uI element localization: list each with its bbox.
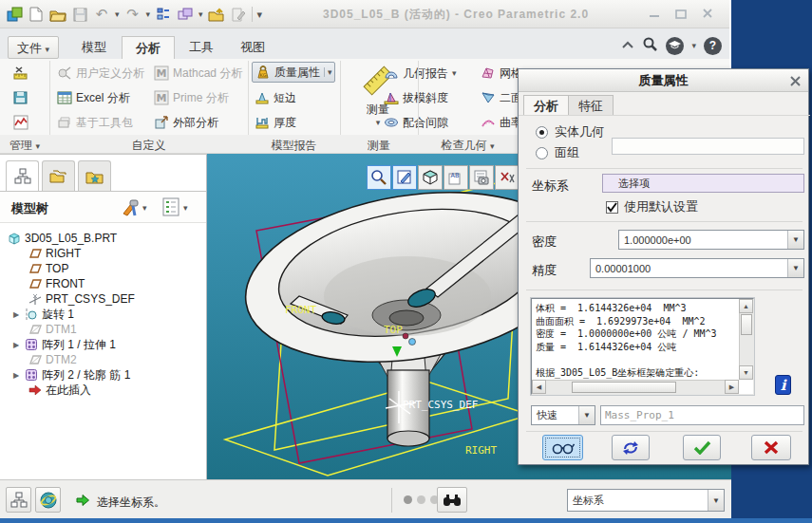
expand-arrow[interactable]: ▶ xyxy=(13,371,21,380)
redo-dropdown-arrow[interactable]: ▾ xyxy=(146,9,151,19)
preview-button[interactable] xyxy=(542,435,583,460)
pairs-clearance-button[interactable]: 配合间隙 xyxy=(384,112,448,133)
model-tree-tab[interactable] xyxy=(6,160,39,191)
vertical-scrollbar[interactable]: ▲ ▼ xyxy=(739,299,753,380)
density-combo[interactable]: 1.000000e+00 ▼ xyxy=(618,230,804,250)
redo-button[interactable]: ↷ xyxy=(124,6,142,23)
filter-combo[interactable]: 坐标系 ▼ xyxy=(567,489,725,512)
radio-icon[interactable] xyxy=(536,147,548,159)
open-file-button[interactable] xyxy=(49,6,66,23)
excel-analysis-button[interactable]: Excel 分析 xyxy=(57,87,130,108)
dialog-titlebar[interactable]: 质量属性 xyxy=(519,69,808,92)
tree-item-pattern1[interactable]: ▶ 阵列 1 / 拉伸 1 xyxy=(13,337,116,352)
mass-properties-button[interactable]: KG质量属性▾ xyxy=(252,62,335,83)
navigator-toggle-button[interactable] xyxy=(6,487,31,513)
tree-item-right-plane[interactable]: RIGHT xyxy=(28,246,81,261)
analysis-name-input[interactable] xyxy=(600,405,804,425)
tree-item-csys[interactable]: PRT_CSYS_DEF xyxy=(28,291,135,307)
windows-button[interactable] xyxy=(177,6,194,23)
save-analysis-button[interactable] xyxy=(13,87,28,108)
use-default-checkbox[interactable]: 使用默认设置 xyxy=(606,198,698,215)
tree-settings-arrow[interactable]: ▾ xyxy=(183,203,188,213)
creo-logo-icon[interactable] xyxy=(6,6,23,23)
annotations-button[interactable]: AB xyxy=(444,165,468,190)
command-search-icon[interactable] xyxy=(642,36,658,55)
scroll-right-button[interactable]: ▶ xyxy=(725,380,739,394)
dihedral-angle-button[interactable]: 二面 xyxy=(481,87,522,108)
close-button[interactable] xyxy=(699,7,716,20)
tree-item-top-plane[interactable]: TOP xyxy=(28,261,68,276)
tree-item-part[interactable]: 3D05_L05_B.PRT xyxy=(8,231,117,246)
close-window-button[interactable] xyxy=(208,6,225,23)
scroll-down-button[interactable]: ▼ xyxy=(739,365,753,380)
scroll-left-button[interactable]: ◀ xyxy=(532,380,546,394)
minimize-ribbon-icon[interactable] xyxy=(621,39,634,52)
tree-item-dtm2[interactable]: DTM2 xyxy=(28,352,77,367)
folder-browser-tab[interactable] xyxy=(42,160,75,191)
tree-tools-icon[interactable] xyxy=(120,196,141,220)
tree-tools-arrow[interactable]: ▾ xyxy=(142,203,147,213)
view-manager-button[interactable] xyxy=(469,165,494,190)
help-icon[interactable]: ? xyxy=(704,37,722,55)
tab-tools[interactable]: 工具 xyxy=(177,36,226,59)
minimize-button[interactable] xyxy=(646,7,663,20)
toolkit-analysis-button[interactable]: 基于工具包 xyxy=(57,112,133,133)
radio-solid-geometry[interactable]: 实体几何 xyxy=(536,123,604,140)
vertical-scroll-thumb[interactable] xyxy=(741,314,752,335)
saved-analyses-button[interactable] xyxy=(13,112,28,133)
draft-angle-button[interactable]: 拔模斜度 xyxy=(384,87,448,108)
undo-button[interactable]: ↶ xyxy=(93,6,110,23)
quick-combo[interactable]: 快速 ▼ xyxy=(531,405,595,425)
filter-dropdown-arrow[interactable]: ▼ xyxy=(708,490,724,511)
accuracy-combo[interactable]: 0.00001000 ▼ xyxy=(590,258,804,278)
expand-arrow[interactable]: ▶ xyxy=(13,310,21,319)
zoom-in-button[interactable] xyxy=(367,165,391,190)
dialog-tab-analysis[interactable]: 分析 xyxy=(523,95,569,116)
tree-settings-icon[interactable] xyxy=(161,196,180,220)
tree-item-pattern2[interactable]: ▶ 阵列 2 / 轮廓 筋 1 xyxy=(13,367,130,383)
horizontal-scrollbar[interactable]: ◀ ▶ xyxy=(532,380,739,394)
save-button[interactable] xyxy=(71,6,88,23)
tab-file[interactable]: 文件 ▾ xyxy=(8,36,59,59)
accuracy-dropdown-arrow[interactable]: ▼ xyxy=(787,259,803,277)
saved-orientations-button[interactable] xyxy=(418,165,443,190)
tree-item-front-plane[interactable]: FRONT xyxy=(28,276,85,291)
user-defined-analysis-button[interactable]: 用户定义分析 xyxy=(57,63,144,84)
restore-button[interactable] xyxy=(672,7,689,20)
external-analysis-button[interactable]: 外部分析 xyxy=(154,112,218,133)
learning-connector-icon[interactable] xyxy=(666,37,684,55)
regenerate-button[interactable] xyxy=(155,6,172,23)
tab-view[interactable]: 视图 xyxy=(228,36,277,59)
curvature-button[interactable]: 曲率 xyxy=(481,112,522,133)
scroll-up-button[interactable]: ▲ xyxy=(739,299,753,313)
radio-icon-selected[interactable] xyxy=(536,126,548,139)
mesh-button[interactable]: 网格 xyxy=(481,63,522,84)
group-label-manage[interactable]: 管理 ▾ xyxy=(0,138,49,154)
group-label-inspect[interactable]: 检查几何 ▾ xyxy=(418,138,518,154)
new-file-button[interactable] xyxy=(28,6,45,23)
undo-dropdown-arrow[interactable]: ▾ xyxy=(115,9,120,19)
measure-session-button[interactable] xyxy=(13,63,28,84)
geometry-report-button[interactable]: 几何报告▾ xyxy=(384,63,457,84)
radio-quilt[interactable]: 面组 xyxy=(536,144,579,161)
tree-item-revolve[interactable]: ▶ 旋转 1 xyxy=(13,307,74,322)
density-dropdown-arrow[interactable]: ▼ xyxy=(787,231,803,249)
csys-collector-field[interactable]: 选择项 xyxy=(602,174,804,193)
prime-analysis-button[interactable]: MPrime 分析 xyxy=(154,87,229,108)
repeat-button[interactable] xyxy=(612,435,650,460)
refit-button[interactable] xyxy=(392,165,417,190)
favorites-tab[interactable] xyxy=(78,160,111,191)
cancel-button[interactable] xyxy=(751,435,791,460)
find-button[interactable] xyxy=(437,487,467,513)
tab-model[interactable]: 模型 xyxy=(68,36,120,59)
tree-item-insert-here[interactable]: 在此插入 xyxy=(28,383,91,398)
dialog-close-icon[interactable] xyxy=(787,73,803,88)
windows-dropdown-arrow[interactable]: ▾ xyxy=(198,9,203,19)
thickness-button[interactable]: 厚度 xyxy=(255,112,296,133)
dialog-tab-feature[interactable]: 特征 xyxy=(568,95,614,116)
mathcad-analysis-button[interactable]: MMathcad 分析 xyxy=(154,63,242,84)
quilt-collector-field[interactable] xyxy=(612,138,804,155)
expand-arrow[interactable]: ▶ xyxy=(13,341,21,349)
qat-customize-arrow[interactable]: ▾ xyxy=(257,9,263,21)
tab-analysis[interactable]: 分析 xyxy=(122,36,175,59)
